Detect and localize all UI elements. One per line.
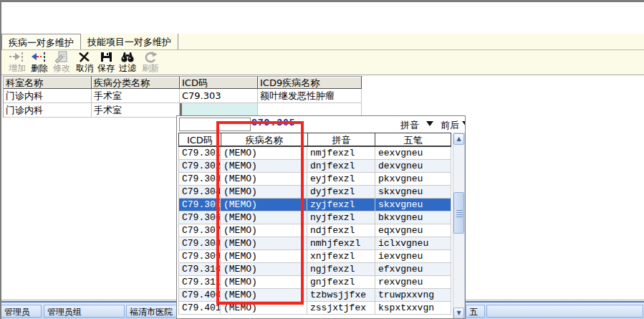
save-icon [97, 51, 115, 63]
refresh-icon [142, 51, 159, 63]
modify-icon [53, 51, 70, 63]
popup-cell[interactable]: dexvgneu [375, 160, 451, 173]
popup-cell[interactable]: C79.308 [178, 237, 221, 250]
grid-header-row: 科室名称 疾病分类名称 ICD码 ICD9疾病名称 [4, 77, 362, 89]
popup-cell[interactable]: C79.309 [178, 250, 221, 263]
grid-cell[interactable]: 手术室 [92, 103, 180, 118]
modify-label: 修改 [50, 63, 73, 73]
popup-cell[interactable]: kspxtxxvgn [375, 302, 451, 315]
popup-cell[interactable]: skxvgneu [375, 199, 451, 211]
popup-cell[interactable]: nmjfexzl [307, 147, 375, 160]
add-button[interactable]: 增加 [6, 51, 29, 74]
popup-cell[interactable]: skxvgneu [375, 186, 451, 199]
modify-button[interactable]: 修改 [50, 51, 73, 74]
grid-cell[interactable]: 门诊内科 [4, 89, 92, 103]
application-window: 疾病一对多维护 技能项目一对多维护 增加 删除 [0, 0, 644, 319]
popup-cell[interactable]: C79.305 [178, 199, 221, 211]
popup-column-wubi[interactable]: 五笔 [375, 133, 451, 147]
popup-cell[interactable]: C79.311 [178, 276, 221, 289]
popup-cell[interactable]: ndjfexzl [307, 224, 375, 237]
tab-skill-item-one-to-many[interactable]: 技能项目一对多维护 [81, 34, 178, 49]
delete-button[interactable]: 删除 [28, 51, 51, 74]
window-left-border [0, 0, 1, 319]
cancel-icon [76, 51, 93, 63]
tab-disease-one-to-many[interactable]: 疾病一对多维护 [1, 34, 81, 49]
popup-cell[interactable]: C79.303 [178, 173, 221, 186]
grid-cell[interactable]: 额叶继发恶性肿瘤 [258, 89, 362, 103]
highlight-rectangle [216, 121, 304, 305]
main-grid-body: 门诊内科手术室C79.303额叶继发恶性肿瘤门诊内科手术室 [4, 89, 362, 118]
status-hospital: 福清市医院 [126, 305, 179, 318]
popup-cell[interactable]: tzbwsjjfxe [307, 289, 375, 302]
popup-cell[interactable]: zssjxtjfex [307, 302, 375, 315]
popup-cell[interactable]: nyjfexzl [307, 211, 375, 224]
column-header-icd-code[interactable]: ICD码 [180, 77, 258, 89]
popup-cell[interactable]: C79.307 [178, 224, 221, 237]
column-header-icd9-name[interactable]: ICD9疾病名称 [258, 77, 362, 89]
popup-cell[interactable]: rexvgneu [375, 276, 451, 289]
popup-cell[interactable]: C79.310 [178, 263, 221, 276]
save-button[interactable]: 保存 [95, 51, 117, 74]
popup-cell[interactable]: C79.302 [178, 160, 221, 173]
popup-cell[interactable]: eexvgneu [375, 147, 451, 160]
popup-cell[interactable]: iclxvgneu [375, 237, 451, 250]
grid-cell[interactable]: 门诊内科 [4, 103, 92, 118]
status-input-method: 五 [466, 305, 485, 318]
popup-cell[interactable]: pkxvgneu [375, 173, 451, 186]
save-label: 保存 [95, 63, 117, 73]
toolbar: 增加 删除 修改 取消 [1, 50, 644, 75]
popup-cell[interactable]: C79.301 [178, 147, 221, 160]
delete-label: 删除 [28, 63, 51, 73]
popup-column-icd[interactable]: ICD码 [179, 133, 221, 147]
popup-cell[interactable]: dyjfexzl [307, 186, 375, 199]
delete-icon [31, 51, 48, 63]
popup-cell[interactable]: bkxvgneu [375, 211, 451, 224]
cancel-label: 取消 [73, 63, 96, 73]
direction-label[interactable]: 前后 [441, 119, 459, 132]
filter-icon [119, 51, 136, 63]
popup-cell[interactable]: C79.401 [178, 302, 221, 315]
direction-dropdown-icon[interactable] [462, 121, 466, 126]
popup-cell[interactable]: C79.304 [178, 186, 221, 199]
popup-cell[interactable]: eqxvgneu [375, 224, 451, 237]
popup-cell[interactable]: C79.400 [178, 289, 221, 302]
search-mode-dropdown-icon[interactable] [426, 121, 433, 126]
popup-cell[interactable]: iexvgneu [375, 250, 451, 263]
disease-mapping-grid: 科室名称 疾病分类名称 ICD码 ICD9疾病名称 门诊内科手术室C79.303… [3, 76, 362, 118]
popup-cell[interactable]: nmhjfexzl [307, 237, 375, 250]
search-mode-label[interactable]: 拼音 [400, 119, 419, 132]
scrollbar-grip [456, 210, 463, 217]
cancel-button[interactable]: 取消 [73, 51, 96, 74]
popup-cell[interactable]: dnjfexzl [307, 160, 375, 173]
popup-cell[interactable]: zyjfexzl [307, 199, 375, 211]
status-spacer [486, 305, 643, 318]
popup-cell[interactable]: C79.306 [178, 211, 221, 224]
window-top-border [0, 0, 644, 2]
filter-button[interactable]: 过滤 [116, 51, 139, 74]
add-label: 增加 [6, 63, 29, 73]
refresh-button[interactable]: 刷新 [139, 51, 162, 74]
tab-bar: 疾病一对多维护 技能项目一对多维护 [1, 34, 644, 50]
popup-cell[interactable]: efxvgneu [375, 263, 451, 276]
popup-scrollbar[interactable]: ▲ ▼ [453, 133, 465, 319]
popup-cell[interactable]: ngjfexzl [307, 263, 375, 276]
grid-cell[interactable]: C79.303 [180, 89, 258, 103]
column-header-disease-class[interactable]: 疾病分类名称 [92, 77, 180, 89]
popup-cell[interactable]: gnjfexzl [307, 276, 375, 289]
scrollbar-up-icon[interactable]: ▲ [453, 133, 464, 145]
popup-cell[interactable]: xnjfexzl [307, 250, 375, 263]
scrollbar-down-icon[interactable]: ▼ [453, 308, 464, 319]
grid-cell[interactable]: 手术室 [92, 89, 180, 103]
scrollbar-thumb[interactable] [453, 192, 464, 234]
table-row[interactable]: 门诊内科手术室C79.303额叶继发恶性肿瘤 [4, 89, 362, 103]
status-user: 管理员 [1, 305, 42, 318]
popup-column-pinyin[interactable]: 拼音 [308, 133, 376, 147]
column-header-department[interactable]: 科室名称 [4, 77, 92, 89]
refresh-label: 刷新 [139, 63, 162, 73]
filter-label: 过滤 [116, 63, 139, 73]
add-icon [9, 51, 26, 63]
popup-cell[interactable]: truwpxxvng [375, 289, 451, 302]
status-user-group: 管理员组 [44, 305, 125, 318]
popup-cell[interactable]: eyjfexzl [307, 173, 375, 186]
